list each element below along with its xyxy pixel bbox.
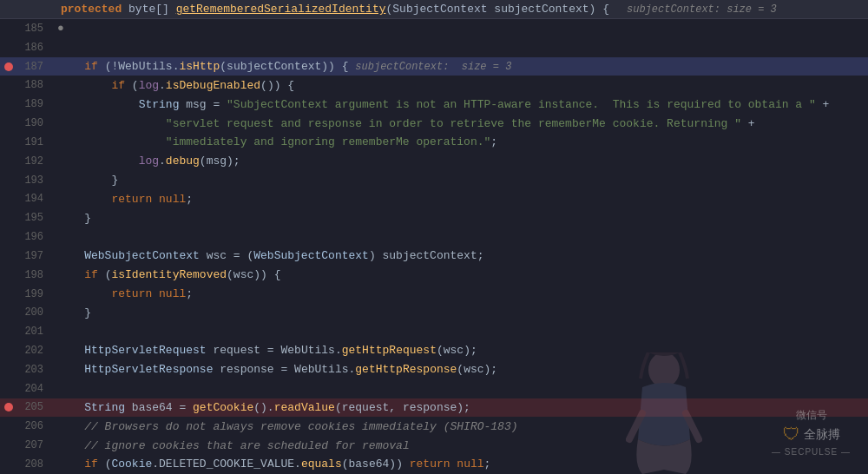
token-plain: DELETED_COOKIE_VALUE [159, 458, 294, 471]
content-wrapper: 185● 186187 if (!WebUtils.isHttp(subject… [0, 0, 868, 474]
line-number: 190 [17, 117, 50, 129]
table-row: 191 "immediately and ignoring rememberMe… [0, 133, 868, 152]
header-method-name: getRememberedSerializedIdentity [176, 3, 386, 16]
token-string: "immediately and ignoring rememberMe ope… [166, 135, 490, 148]
token-method: getHttpRequest [342, 344, 437, 357]
token-kw: if [111, 79, 125, 92]
line-number: 208 [17, 458, 50, 471]
token-method: readValue [274, 401, 335, 414]
header-hint: subjectContext: size = 3 [627, 3, 777, 16]
header-param-type: SubjectContext [392, 3, 487, 16]
line-number: 201 [17, 326, 50, 338]
token-comment: // Browsers do not always remove cookies… [84, 420, 517, 433]
token-comment: ● [57, 22, 77, 35]
token-plain: . [159, 155, 166, 168]
line-number: 203 [17, 364, 50, 376]
line-number: 197 [17, 250, 50, 262]
token-type: HttpServletResponse [84, 363, 213, 376]
line-number: 187 [17, 61, 50, 73]
table-row: 190 "servlet request and response in ord… [0, 114, 868, 133]
token-plain: ()) { [260, 79, 294, 92]
header-space2 [169, 3, 176, 16]
header-space [122, 3, 128, 16]
code-content: if (Cookie.DELETED_COOKIE_VALUE.equals(b… [57, 458, 868, 471]
table-row: 206 // Browsers do not always remove coo… [0, 417, 868, 436]
token-plain: . [152, 458, 159, 471]
code-content: log.debug(msg); [57, 155, 868, 168]
token-kw: if [84, 60, 98, 73]
token-method: getCookie [193, 401, 253, 414]
code-content: "servlet request and response in order t… [57, 117, 868, 130]
token-plain: request = [207, 344, 281, 357]
token-method: isDebugEnabled [166, 79, 260, 92]
table-row: 195 } [0, 208, 868, 227]
line-number: 204 [17, 383, 50, 395]
line-number: 199 [17, 288, 50, 300]
token-string: "servlet request and response in order t… [166, 117, 741, 130]
token-plain: (wsc)) { [227, 268, 280, 281]
line-number: 194 [17, 193, 50, 205]
code-content: return null; [57, 287, 868, 300]
line-number: 191 [17, 136, 50, 148]
header-return-type: byte[] [128, 3, 169, 16]
code-lines: 185● 186187 if (!WebUtils.isHttp(subject… [0, 19, 868, 474]
token-kw: return [111, 193, 152, 206]
watermark-wechat: 微信号 [796, 408, 827, 423]
token-plain: (). [253, 401, 273, 414]
code-content: "immediately and ignoring rememberMe ope… [57, 135, 868, 148]
line-number: 207 [17, 439, 50, 451]
svg-point-0 [648, 352, 680, 387]
token-plain: ; [490, 135, 497, 148]
token-comment: // ignore cookies that are scheduled for… [84, 439, 409, 452]
code-content: } [57, 174, 868, 187]
breakpoint-indicator [4, 403, 13, 411]
line-number: 186 [17, 42, 50, 54]
token-method: debug [166, 155, 200, 168]
breakpoint-indicator [4, 63, 13, 71]
line-number: 185 [17, 23, 50, 35]
token-log-var: log [139, 155, 159, 168]
code-content: } [57, 306, 868, 319]
line-number: 202 [17, 345, 50, 357]
token-plain: ( [98, 458, 112, 471]
line-number: 188 [17, 79, 50, 91]
code-content: String base64 = getCookie().readValue(re… [57, 401, 868, 414]
line-number: 196 [17, 231, 50, 243]
token-plain: ) subjectContext; [369, 249, 484, 262]
table-row: 207 // ignore cookies that are scheduled… [0, 436, 868, 455]
line-number: 192 [17, 155, 50, 168]
token-plain: (base64)) [342, 458, 410, 471]
table-row: 199 return null; [0, 285, 868, 304]
brand-sub: — SECPULSE — [772, 447, 851, 457]
token-plain: + [816, 98, 830, 111]
breakpoint-col[interactable] [0, 63, 17, 71]
line-number: 189 [17, 98, 50, 110]
token-method: isHttp [179, 60, 220, 73]
shield-icon: 🛡 [783, 425, 800, 445]
line-number: 206 [17, 420, 50, 432]
table-row: 205 String base64 = getCookie().readValu… [0, 398, 868, 418]
token-plain: ( [98, 60, 112, 73]
code-content: } [57, 212, 868, 225]
table-row: 194 return null; [0, 189, 868, 208]
watermark-anime [616, 352, 712, 474]
token-plain: wsc = ( [200, 249, 253, 262]
token-plain: ( [125, 79, 139, 92]
token-type: WebSubjectContext [84, 249, 200, 262]
table-row: 192 log.debug(msg); [0, 152, 868, 171]
table-row: 202 HttpServletRequest request = WebUtil… [0, 341, 868, 360]
table-row: 203 HttpServletResponse response = WebUt… [0, 360, 868, 379]
editor: protected byte[] getRememberedSerialized… [0, 0, 868, 474]
header-paren-close: ) [589, 3, 596, 16]
token-method: isIdentityRemoved [111, 268, 227, 281]
table-row: 189 String msg = "SubjectContext argumen… [0, 95, 868, 114]
lines-wrapper: 185● 186187 if (!WebUtils.isHttp(subject… [0, 19, 868, 474]
token-plain: (wsc); [437, 344, 477, 357]
breakpoint-col[interactable] [0, 403, 17, 411]
token-plain: ; [186, 193, 193, 206]
table-row: 198 if (isIdentityRemoved(wsc)) { [0, 266, 868, 285]
table-row: 201 [0, 322, 868, 341]
table-row: 196 [0, 227, 868, 247]
token-plain [450, 458, 457, 471]
header-param-name: subjectContext [494, 3, 589, 16]
